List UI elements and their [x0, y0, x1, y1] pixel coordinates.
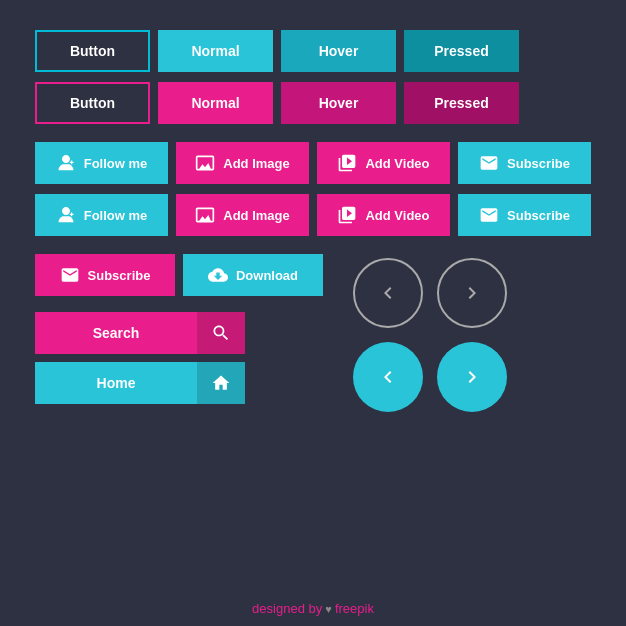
add-video-button-2[interactable]: Add Video — [317, 194, 450, 236]
hover-label: Hover — [319, 43, 359, 59]
subscribe-button-main[interactable]: Subscribe — [35, 254, 175, 296]
subscribe-label-1: Subscribe — [507, 156, 570, 171]
follow-me-label-2: Follow me — [84, 208, 148, 223]
pink-normal-button[interactable]: Normal — [158, 82, 273, 124]
download-cloud-icon — [208, 265, 228, 285]
nav-buttons-group: Search Home — [35, 312, 323, 404]
button-label: Button — [70, 43, 115, 59]
add-image-label-2: Add Image — [223, 208, 289, 223]
social-row-2: Follow me Add Image Add Video Subscribe — [35, 194, 591, 236]
pink-hover-button[interactable]: Hover — [281, 82, 396, 124]
circle-nav-group — [353, 258, 507, 412]
user-plus-icon — [56, 153, 76, 173]
mail-icon — [479, 153, 499, 173]
search-label: Search — [35, 312, 197, 354]
next-solid-button[interactable] — [437, 342, 507, 412]
subscribe-label-2: Subscribe — [507, 208, 570, 223]
chevron-right-solid-icon — [460, 365, 484, 389]
subscribe-button-1[interactable]: Subscribe — [458, 142, 591, 184]
social-row-1: Follow me Add Image Add Video Subscribe — [35, 142, 591, 184]
pressed-label: Pressed — [434, 95, 488, 111]
add-image-button-1[interactable]: Add Image — [176, 142, 309, 184]
cyan-button-states-row: Button Normal Hover Pressed — [35, 30, 591, 72]
download-button[interactable]: Download — [183, 254, 323, 296]
subscribe-download-row: Subscribe Download — [35, 254, 323, 296]
mail-envelope-icon — [60, 265, 80, 285]
cyan-normal-button[interactable]: Normal — [158, 30, 273, 72]
prev-outline-button[interactable] — [353, 258, 423, 328]
subscribe-main-label: Subscribe — [88, 268, 151, 283]
footer: designed by ♥ freepik — [0, 601, 626, 616]
video-icon — [337, 153, 357, 173]
prev-solid-button[interactable] — [353, 342, 423, 412]
add-image-button-2[interactable]: Add Image — [176, 194, 309, 236]
follow-me-label-1: Follow me — [84, 156, 148, 171]
add-video-button-1[interactable]: Add Video — [317, 142, 450, 184]
cyan-hover-button[interactable]: Hover — [281, 30, 396, 72]
cyan-pressed-button[interactable]: Pressed — [404, 30, 519, 72]
mail-icon-2 — [479, 205, 499, 225]
footer-text: designed by — [252, 601, 322, 616]
cyan-outline-button[interactable]: Button — [35, 30, 150, 72]
home-label: Home — [35, 362, 197, 404]
add-video-label-1: Add Video — [365, 156, 429, 171]
download-label: Download — [236, 268, 298, 283]
pink-pressed-button[interactable]: Pressed — [404, 82, 519, 124]
search-icon — [197, 312, 245, 354]
video-icon-2 — [337, 205, 357, 225]
chevron-left-icon — [376, 281, 400, 305]
home-button[interactable]: Home — [35, 362, 245, 404]
pink-outline-button[interactable]: Button — [35, 82, 150, 124]
image-icon — [195, 153, 215, 173]
hover-label: Hover — [319, 95, 359, 111]
image-icon-2 — [195, 205, 215, 225]
pressed-label: Pressed — [434, 43, 488, 59]
subscribe-button-2[interactable]: Subscribe — [458, 194, 591, 236]
add-image-label-1: Add Image — [223, 156, 289, 171]
next-outline-button[interactable] — [437, 258, 507, 328]
chevron-right-icon — [460, 281, 484, 305]
add-video-label-2: Add Video — [365, 208, 429, 223]
normal-label: Normal — [191, 43, 239, 59]
user-plus-icon-2 — [56, 205, 76, 225]
home-icon — [197, 362, 245, 404]
follow-me-button-2[interactable]: Follow me — [35, 194, 168, 236]
chevron-left-solid-icon — [376, 365, 400, 389]
search-button[interactable]: Search — [35, 312, 245, 354]
button-label: Button — [70, 95, 115, 111]
pink-button-states-row: Button Normal Hover Pressed — [35, 82, 591, 124]
footer-brand: freepik — [335, 601, 374, 616]
follow-me-button-1[interactable]: Follow me — [35, 142, 168, 184]
normal-label: Normal — [191, 95, 239, 111]
